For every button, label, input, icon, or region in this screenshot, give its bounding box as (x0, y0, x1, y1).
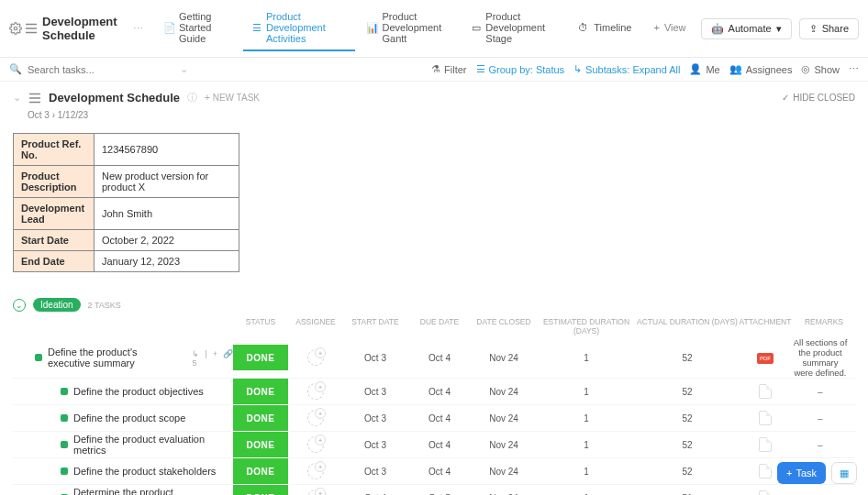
task-row[interactable]: Define the product stakeholdersDONEOct 3… (13, 458, 855, 485)
assignee-add[interactable] (307, 490, 324, 495)
svg-rect-4 (29, 93, 40, 94)
task-row[interactable]: Define the product objectivesDONEOct 3Oc… (13, 379, 855, 405)
section-collapse[interactable]: ⌄ (13, 299, 26, 312)
view-icon: ▭ (472, 22, 481, 33)
groupby-button[interactable]: ☰ Group by: Status (476, 63, 565, 75)
cell-due[interactable]: Oct 4 (407, 440, 472, 450)
remarks-cell[interactable]: All sections of the product summary were… (793, 337, 855, 378)
cell-due[interactable]: Oct 4 (407, 353, 472, 363)
remarks-cell[interactable]: – (793, 387, 855, 397)
show-button[interactable]: ◎ Show (801, 63, 840, 75)
cell-due[interactable]: Oct 4 (407, 467, 472, 477)
status-badge[interactable]: DONE (233, 379, 288, 404)
tab-getting-started-guide[interactable]: 📄Getting Started Guide (154, 6, 241, 51)
share-button[interactable]: ⇪ Share (799, 18, 859, 39)
cell-start[interactable]: Oct 3 (343, 440, 407, 450)
column-header[interactable]: ACTUAL DURATION (DAYS) (637, 317, 738, 336)
new-task-fab[interactable]: + Task (777, 462, 826, 484)
new-task-button[interactable]: + NEW TASK (205, 93, 260, 103)
assignees-button[interactable]: 👥 Assignees (729, 63, 793, 75)
meta-value: New product version for product X (95, 166, 239, 198)
status-badge[interactable]: DONE (233, 405, 288, 431)
cell-closed[interactable]: Nov 24 (472, 440, 536, 450)
assignee-add[interactable] (307, 463, 324, 479)
search-input[interactable] (28, 64, 174, 75)
column-header[interactable]: DATE CLOSED (472, 317, 536, 336)
chevron-down-icon[interactable]: ⌄ (180, 63, 188, 75)
more-icon[interactable]: ⋯ (849, 63, 859, 75)
status-badge[interactable]: DONE (233, 458, 288, 484)
assignee-add[interactable] (307, 410, 324, 426)
task-title: Determine the product development team m… (73, 487, 233, 495)
task-row[interactable]: Define the product evaluation metricsDON… (13, 432, 855, 458)
info-icon[interactable]: ⓘ (187, 91, 197, 104)
assignee-add[interactable] (307, 436, 324, 453)
cell-est[interactable]: 1 (536, 467, 637, 477)
add-subtask[interactable]: + (213, 349, 217, 368)
cell-closed[interactable]: Nov 24 (472, 387, 536, 397)
attachment-cell[interactable] (738, 437, 793, 452)
topbar: Development Schedule ⋯ 📄Getting Started … (0, 0, 868, 58)
automate-button[interactable]: 🤖 Automate ▾ (701, 18, 792, 39)
cell-est[interactable]: 1 (536, 413, 637, 424)
subtasks-button[interactable]: ↳ Subtasks: Expand All (573, 63, 680, 75)
cell-start[interactable]: Oct 3 (343, 413, 407, 424)
column-header[interactable] (13, 317, 233, 336)
tab-product-development-stage[interactable]: ▭Product Development Stage (462, 6, 567, 51)
section-status-chip[interactable]: Ideation (33, 298, 81, 312)
attachment-cell[interactable] (738, 384, 793, 399)
cell-due[interactable]: Oct 4 (407, 413, 472, 424)
column-header[interactable]: REMARKS (793, 317, 855, 336)
task-row[interactable]: Determine the product development team m… (13, 485, 855, 495)
cell-act[interactable]: 52 (637, 467, 738, 477)
app-settings-icon[interactable] (9, 22, 22, 35)
task-row[interactable]: Define the product scopeDONEOct 3Oct 4No… (13, 405, 855, 432)
assignee-add[interactable] (307, 349, 324, 366)
column-header[interactable]: ATTACHMENT (738, 317, 793, 336)
task-row[interactable]: Define the product's executive summary↳ … (13, 337, 855, 379)
attachment-cell[interactable] (738, 490, 793, 495)
cell-act[interactable]: 52 (637, 353, 738, 363)
tab-product-development-gantt[interactable]: 📊Product Development Gantt (357, 6, 461, 51)
cell-est[interactable]: 1 (536, 440, 637, 450)
collapse-all-icon[interactable]: ⌄ (13, 92, 21, 104)
tab-product-development-activities[interactable]: ☰Product Development Activities (243, 6, 356, 51)
content: ⌄ Development Schedule ⓘ + NEW TASK ✓ HI… (0, 82, 868, 495)
status-badge[interactable]: DONE (233, 485, 288, 495)
cell-start[interactable]: Oct 3 (343, 467, 407, 477)
grid-icon: ▦ (840, 468, 849, 479)
list-title: Development Schedule (49, 91, 180, 104)
column-header[interactable]: ESTIMATED DURATION (DAYS) (536, 317, 637, 336)
me-button[interactable]: 👤 Me (689, 63, 719, 75)
column-header[interactable]: ASSIGNEE (288, 317, 343, 336)
cell-start[interactable]: Oct 3 (343, 387, 407, 397)
hide-closed-button[interactable]: ✓ HIDE CLOSED (782, 93, 855, 103)
cell-act[interactable]: 52 (637, 413, 738, 424)
cell-act[interactable]: 52 (637, 440, 738, 450)
cell-act[interactable]: 52 (637, 387, 738, 397)
cell-est[interactable]: 1 (536, 387, 637, 397)
remarks-cell[interactable]: – (793, 440, 855, 450)
column-header[interactable]: START DATE (343, 317, 407, 336)
filter-button[interactable]: ⚗ Filter (431, 63, 466, 75)
add-view-button[interactable]: + View (644, 16, 695, 40)
status-badge[interactable]: DONE (233, 345, 288, 370)
tab-timeline[interactable]: ⏱Timeline (569, 6, 640, 51)
cell-closed[interactable]: Nov 24 (472, 413, 536, 424)
assignee-add[interactable] (307, 383, 324, 400)
cell-closed[interactable]: Nov 24 (472, 353, 536, 363)
cell-est[interactable]: 1 (536, 353, 637, 363)
column-header[interactable]: DUE DATE (407, 317, 472, 336)
doc-icon (759, 437, 772, 452)
grid-apps-button[interactable]: ▦ (831, 462, 857, 484)
cell-due[interactable]: Oct 4 (407, 387, 472, 397)
remarks-cell[interactable]: – (793, 413, 855, 424)
cell-start[interactable]: Oct 3 (343, 353, 407, 363)
attachment-cell[interactable]: PDF (738, 352, 793, 364)
cell-closed[interactable]: Nov 24 (472, 467, 536, 477)
attachment-cell[interactable] (738, 411, 793, 425)
status-badge[interactable]: DONE (233, 432, 288, 457)
more-menu-icon[interactable]: ⋯ (133, 23, 143, 35)
column-header[interactable]: STATUS (233, 317, 288, 336)
search-box[interactable]: 🔍 ⌄ (9, 63, 422, 75)
